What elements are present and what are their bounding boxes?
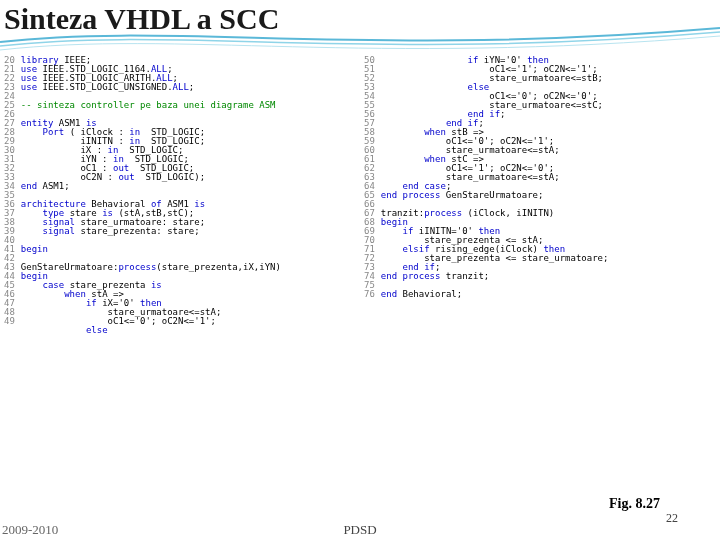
line-numbers-right: 50 51 52 53 54 55 56 57 58 59 60 61 62 6… xyxy=(364,56,381,488)
figure-caption: Fig. 8.27 xyxy=(609,496,660,512)
code-block: 20 21 22 23 24 25 26 27 28 29 30 31 32 3… xyxy=(0,56,720,488)
code-right: if iYN='0' then oC1<='1'; oC2N<='1'; sta… xyxy=(381,56,609,488)
footer-page: 22 xyxy=(666,511,678,526)
line-numbers-left: 20 21 22 23 24 25 26 27 28 29 30 31 32 3… xyxy=(4,56,21,488)
page-title: Sinteza VHDL a SCC xyxy=(4,2,279,36)
footer-course: PDSD xyxy=(0,522,720,538)
code-left: library IEEE; use IEEE.STD_LOGIC_1164.AL… xyxy=(21,56,281,488)
